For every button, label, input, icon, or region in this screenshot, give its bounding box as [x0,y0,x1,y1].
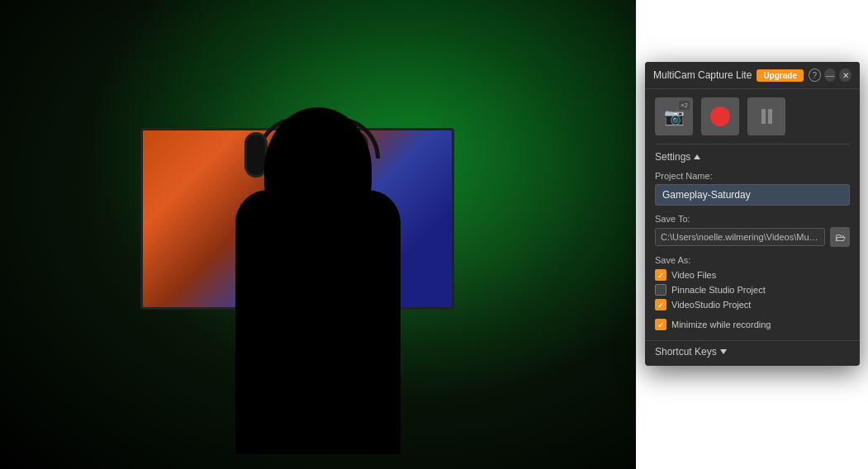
save-path-display: C:\Users\noelle.wilmering\Videos\Multi..… [655,228,825,246]
background-photo [0,0,636,469]
save-to-group: Save To: C:\Users\noelle.wilmering\Video… [655,214,850,247]
minimize-window-button[interactable]: — [824,69,837,82]
toolbar: 📷 ×2 [645,89,860,144]
label-pinnacle: Pinnacle Studio Project [671,285,766,295]
settings-section: Settings Project Name: Save To: C:\Users… [645,144,860,337]
app-window: MultiCam Capture Lite Upgrade ? — ✕ 📷 ×2… [645,62,860,366]
shortcut-keys-section: Shortcut Keys [645,340,860,366]
checkbox-videostudio[interactable]: ✓ [655,299,666,310]
label-videostudio: VideoStudio Project [671,300,751,310]
pause-button[interactable] [747,97,785,135]
upgrade-button[interactable]: Upgrade [757,69,804,82]
camera-settings-button[interactable]: 📷 ×2 [655,97,693,135]
app-title: MultiCam Capture Lite [653,69,752,81]
checkbox-video-files[interactable]: ✓ [655,269,666,281]
checkbox-row-videostudio: ✓ VideoStudio Project [655,299,850,310]
close-button[interactable]: ✕ [839,69,851,82]
project-name-input[interactable] [655,184,850,206]
minimize-while-recording-row: ✓ Minimize while recording [655,319,850,330]
checkbox-row-pinnacle: Pinnacle Studio Project [655,284,850,296]
checkbox-pinnacle[interactable] [655,284,666,296]
camera-count-badge: ×2 [679,101,690,110]
browse-folder-button[interactable]: 🗁 [830,227,850,247]
project-name-group: Project Name: [655,171,850,206]
help-button[interactable]: ? [809,69,821,82]
settings-collapse-icon [694,154,700,159]
save-as-label: Save As: [655,255,850,265]
person-silhouette [165,83,471,454]
settings-header-text: Settings [655,151,690,163]
project-name-label: Project Name: [655,171,850,181]
settings-header[interactable]: Settings [655,151,850,163]
shortcut-keys-row[interactable]: Shortcut Keys [655,346,850,358]
label-video-files: Video Files [671,270,716,280]
checkbox-minimize-recording[interactable]: ✓ [655,319,666,330]
folder-icon: 🗁 [835,231,846,244]
save-as-group: Save As: ✓ Video Files Pinnacle Studio P… [655,255,850,310]
record-button[interactable] [701,97,739,135]
shortcut-expand-icon [720,349,727,354]
checkbox-row-video-files: ✓ Video Files [655,269,850,281]
save-to-row: C:\Users\noelle.wilmering\Videos\Multi..… [655,227,850,247]
close-icon: ✕ [842,71,849,80]
title-bar: MultiCam Capture Lite Upgrade ? — ✕ [645,62,860,89]
shortcut-keys-label: Shortcut Keys [655,346,717,358]
silhouette-body [235,190,401,454]
pause-icon [761,109,772,124]
minimize-icon: — [826,71,834,80]
save-to-label: Save To: [655,214,850,224]
label-minimize-recording: Minimize while recording [671,320,771,329]
record-icon [710,107,730,126]
